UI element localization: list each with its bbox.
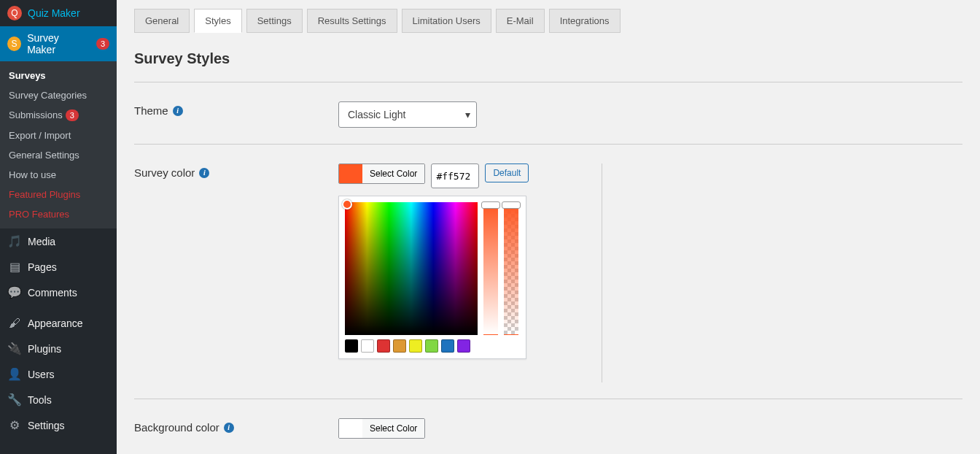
tab-results-settings[interactable]: Results Settings [307, 9, 397, 33]
color-swatch [339, 419, 362, 438]
label-theme: Theme i [134, 101, 338, 117]
quiz-maker-icon: Q [7, 6, 22, 20]
sidebar-survey-maker[interactable]: S Survey Maker 3 [0, 26, 117, 61]
sidebar-item-label: Survey Maker [27, 32, 88, 55]
default-button[interactable]: Default [485, 163, 529, 182]
row-background-color: Background color i Select Color [134, 412, 962, 445]
survey-maker-icon: S [7, 36, 21, 51]
users-icon: 👤 [7, 367, 22, 381]
submenu-general-settings[interactable]: General Settings [0, 145, 117, 165]
submenu-pro-features[interactable]: PRO Features [0, 204, 117, 224]
color-picker-panel [338, 196, 526, 359]
survey-color-button[interactable]: Select Color [338, 163, 425, 184]
preset-orange[interactable] [393, 339, 406, 353]
tab-styles[interactable]: Styles [194, 9, 241, 33]
sidebar-plugins[interactable]: 🔌Plugins [0, 336, 117, 361]
sidebar-comments[interactable]: 💬Comments [0, 280, 117, 305]
slider-handle[interactable] [502, 201, 521, 209]
sidebar-settings[interactable]: ⚙Settings [0, 412, 117, 438]
color-spectrum[interactable] [345, 202, 478, 335]
survey-color-hex-input[interactable] [431, 163, 479, 188]
label-survey-color: Survey color i [134, 163, 338, 179]
color-swatch [339, 164, 362, 183]
info-icon[interactable]: i [224, 423, 234, 433]
color-presets [345, 339, 520, 353]
sidebar-item-label: Quiz Maker [28, 7, 80, 19]
theme-select[interactable]: Classic Light ▾ [338, 101, 477, 128]
plugins-icon: 🔌 [7, 342, 22, 355]
preset-red[interactable] [377, 339, 390, 353]
settings-icon: ⚙ [7, 418, 22, 432]
tools-icon: 🔧 [7, 393, 22, 407]
preset-green[interactable] [425, 339, 438, 353]
preset-purple[interactable] [457, 339, 470, 353]
divider [134, 399, 962, 399]
sidebar-media[interactable]: 🎵Media [0, 228, 117, 254]
sidebar-submenu: Surveys Survey Categories Submissions3 E… [0, 61, 117, 228]
tab-limitation-users[interactable]: Limitation Users [402, 9, 491, 33]
divider [134, 144, 962, 145]
label-background-color: Background color i [134, 418, 338, 434]
preset-yellow[interactable] [409, 339, 422, 353]
badge: 3 [96, 38, 109, 50]
background-color-button[interactable]: Select Color [338, 418, 425, 439]
tab-email[interactable]: E-Mail [496, 9, 545, 33]
spectrum-handle[interactable] [342, 199, 352, 209]
tab-settings[interactable]: Settings [246, 9, 303, 33]
submenu-featured-plugins[interactable]: Featured Plugins [0, 185, 117, 204]
preset-black[interactable] [345, 339, 358, 353]
tab-general[interactable]: General [134, 9, 190, 33]
divider [134, 82, 962, 82]
sidebar-tools[interactable]: 🔧Tools [0, 387, 117, 412]
row-theme: Theme i Classic Light ▾ [134, 96, 962, 134]
sidebar-quiz-maker[interactable]: Q Quiz Maker [0, 0, 117, 26]
submenu-how-to-use[interactable]: How to use [0, 165, 117, 185]
appearance-icon: 🖌 [7, 317, 22, 330]
page-title: Survey Styles [134, 50, 962, 67]
chevron-down-icon: ▾ [465, 109, 470, 120]
submenu-export-import[interactable]: Export / Import [0, 126, 117, 145]
pages-icon: ▤ [7, 260, 22, 274]
info-icon[interactable]: i [173, 106, 183, 116]
select-color-button[interactable]: Select Color [362, 164, 424, 183]
sidebar-appearance[interactable]: 🖌Appearance [0, 311, 117, 336]
row-survey-color: Survey color i Select Color Default [134, 158, 962, 388]
alpha-slider[interactable] [504, 202, 518, 335]
sidebar-pages[interactable]: ▤Pages [0, 254, 117, 280]
tabs: General Styles Settings Results Settings… [134, 9, 962, 33]
preset-white[interactable] [361, 339, 374, 353]
media-icon: 🎵 [7, 234, 22, 248]
submenu-submissions[interactable]: Submissions3 [0, 105, 117, 126]
select-color-button[interactable]: Select Color [362, 419, 424, 438]
slider-handle[interactable] [481, 201, 500, 209]
submenu-surveys[interactable]: Surveys [0, 66, 117, 85]
info-icon[interactable]: i [199, 168, 209, 178]
sidebar-users[interactable]: 👤Users [0, 361, 117, 387]
hue-slider[interactable] [483, 202, 498, 335]
submenu-survey-categories[interactable]: Survey Categories [0, 85, 117, 105]
vertical-separator [602, 163, 602, 382]
comments-icon: 💬 [7, 285, 22, 299]
preset-blue[interactable] [441, 339, 454, 353]
tab-integrations[interactable]: Integrations [549, 9, 621, 33]
